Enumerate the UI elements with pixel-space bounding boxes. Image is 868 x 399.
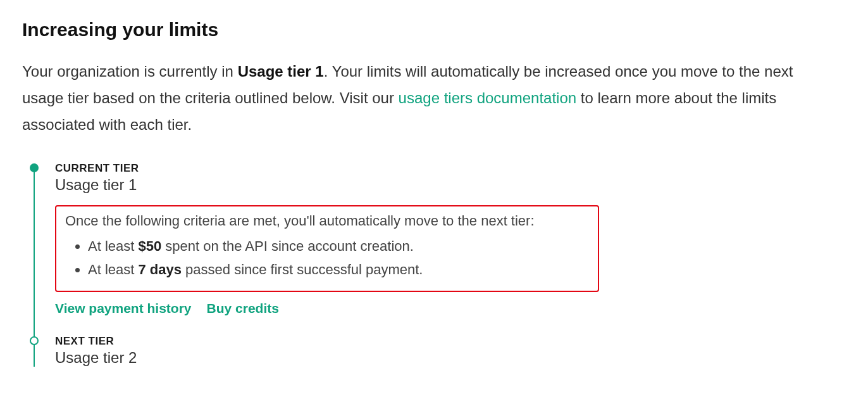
criteria-2-pre: At least <box>88 262 138 277</box>
criteria-1-bold: $50 <box>138 238 161 254</box>
timeline-dot-hollow-icon <box>30 336 39 345</box>
current-tier-name: Usage tier 1 <box>55 176 846 194</box>
criteria-highlight-box: Once the following criteria are met, you… <box>55 205 599 292</box>
next-tier-label: NEXT TIER <box>55 335 846 348</box>
next-tier-name: Usage tier 2 <box>55 349 846 367</box>
intro-paragraph: Your organization is currently in Usage … <box>22 58 813 138</box>
criteria-list: At least $50 spent on the API since acco… <box>65 234 589 282</box>
current-tier-label: CURRENT TIER <box>55 162 846 175</box>
page-heading: Increasing your limits <box>22 19 846 41</box>
criteria-1-pre: At least <box>88 238 138 254</box>
buy-credits-link[interactable]: Buy credits <box>207 301 279 316</box>
intro-text-1: Your organization is currently in <box>22 63 238 80</box>
view-payment-history-link[interactable]: View payment history <box>55 301 192 316</box>
criteria-item-1: At least $50 spent on the API since acco… <box>88 234 589 258</box>
usage-tiers-doc-link[interactable]: usage tiers documentation <box>399 89 577 106</box>
criteria-1-post: spent on the API since account creation. <box>161 238 414 254</box>
criteria-item-2: At least 7 days passed since first succe… <box>88 258 589 281</box>
action-links-row: View payment history Buy credits <box>55 301 846 316</box>
tier-timeline: CURRENT TIER Usage tier 1 Once the follo… <box>30 162 846 367</box>
timeline-dot-filled-icon <box>30 163 39 172</box>
intro-bold-tier: Usage tier 1 <box>238 63 324 80</box>
criteria-intro-text: Once the following criteria are met, you… <box>65 213 589 229</box>
current-tier-item: CURRENT TIER Usage tier 1 Once the follo… <box>55 162 846 316</box>
criteria-2-bold: 7 days <box>138 262 182 277</box>
criteria-2-post: passed since first successful payment. <box>182 262 423 277</box>
next-tier-item: NEXT TIER Usage tier 2 <box>55 335 846 367</box>
